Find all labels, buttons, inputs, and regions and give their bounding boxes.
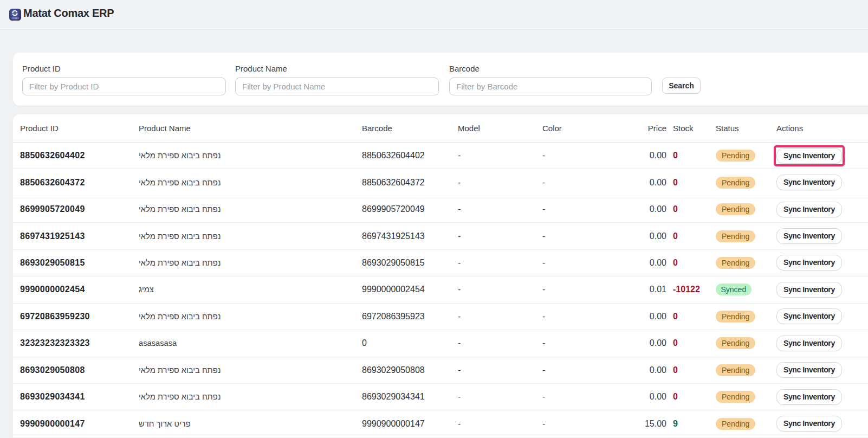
svg-text:COMAX: COMAX	[11, 17, 19, 20]
